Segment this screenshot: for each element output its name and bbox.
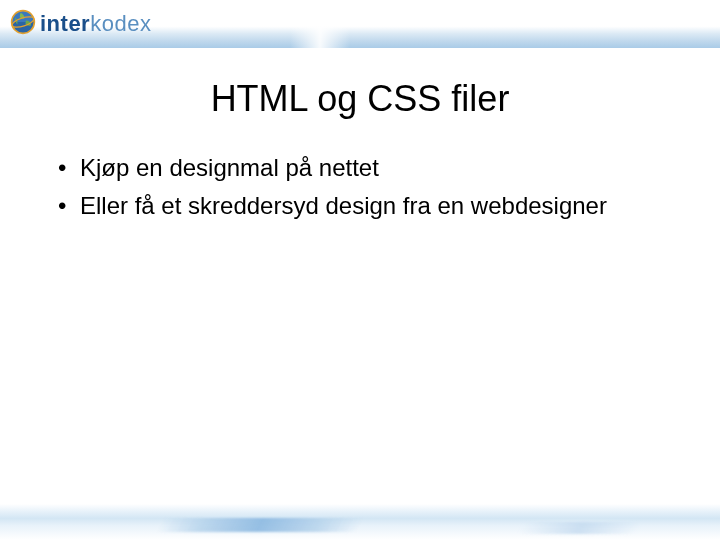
list-item: Kjøp en designmal på nettet — [58, 152, 680, 184]
brand-logo: interkodex — [10, 9, 151, 39]
slide-content: HTML og CSS filer Kjøp en designmal på n… — [0, 48, 720, 223]
list-item: Eller få et skreddersyd design fra en we… — [58, 190, 680, 222]
footer-accent — [517, 522, 643, 534]
slide-title: HTML og CSS filer — [40, 78, 680, 120]
brand-text: interkodex — [40, 11, 151, 37]
globe-icon — [10, 9, 36, 39]
brand-part2: kodex — [90, 11, 151, 36]
brand-part1: inter — [40, 11, 90, 36]
header-accent — [290, 0, 350, 48]
header-bar: interkodex — [0, 0, 720, 48]
footer-band — [0, 504, 720, 540]
bullet-list: Kjøp en designmal på nettet Eller få et … — [40, 152, 680, 223]
footer-accent — [157, 518, 364, 532]
